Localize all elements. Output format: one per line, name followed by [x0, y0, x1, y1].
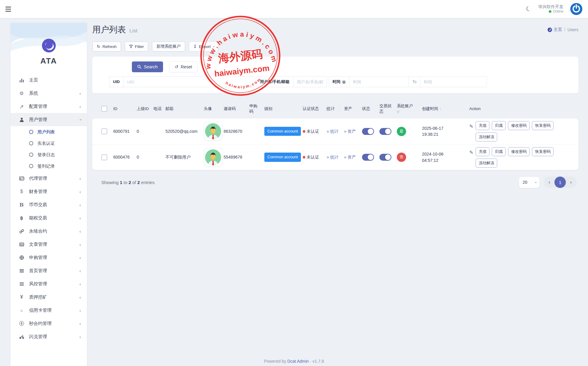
edit-pencil-icon[interactable]: ✎ [469, 149, 473, 156]
trade-status-toggle[interactable] [379, 128, 391, 135]
sidebar-subitem-label: 签到记录 [37, 163, 55, 169]
current-page-button[interactable]: 1 [554, 177, 566, 188]
assets-link[interactable]: » 资产 [344, 154, 362, 160]
sidebar-item-flash-swap[interactable]: 闪兑管理 ‹ [10, 330, 87, 343]
sidebar-item-label: 币币交易 [29, 202, 79, 208]
restore-password-button[interactable]: 恢复密码 [532, 121, 554, 130]
search-button[interactable]: Search [132, 61, 163, 72]
sidebar-item-config[interactable]: 配置管理 ‹ [10, 100, 87, 113]
stats-link[interactable]: » 统计 [327, 128, 344, 134]
sidebar-item-homepage[interactable]: 首页管理 ‹ [10, 264, 87, 277]
time-to-input[interactable] [420, 76, 487, 87]
sidebar-subitem-checkin-log[interactable]: 签到记录 [10, 160, 87, 172]
chevron-left-icon: ‹ [79, 189, 81, 194]
sidebar-item-label: 财务管理 [29, 189, 79, 195]
top-navbar: ☾ 华兴软件开发 Online [0, 0, 588, 18]
sidebar-item-spot-trade[interactable]: B 币币交易 ‹ [10, 198, 87, 211]
next-page-button[interactable]: › [567, 179, 575, 185]
newspaper-icon [18, 242, 25, 247]
breadcrumb-home-link[interactable]: 主页 [547, 27, 562, 32]
uid-input[interactable] [123, 76, 254, 87]
pagination: ‹ 1 › [544, 177, 577, 188]
dcat-admin-link[interactable]: Dcat Admin [287, 359, 309, 364]
system-account-badge: 是 [397, 127, 406, 136]
sidebar-subitem-login-log[interactable]: 登录日志 [10, 149, 87, 160]
chevron-left-icon: ‹ [79, 334, 81, 339]
refresh-button[interactable]: ↻ Refresh [92, 41, 121, 52]
online-status-dot [549, 10, 551, 13]
sidebar-item-system[interactable]: ⚙ 系统 ‹ [10, 87, 87, 100]
assets-link[interactable]: » 资产 [344, 128, 362, 134]
status-toggle[interactable] [362, 128, 374, 135]
reset-icon: ↺ [175, 64, 178, 69]
belong-button[interactable]: 归属 [492, 147, 506, 156]
breadcrumb-divider: / [564, 27, 566, 32]
sidebar-item-label: 永续合约 [29, 228, 79, 234]
sidebar-item-risk-control[interactable]: 风控管理 ‹ [10, 277, 87, 290]
filter-button[interactable]: Filter [125, 41, 148, 52]
change-password-button[interactable]: 修改密码 [508, 121, 530, 130]
col-header-system-account[interactable]: 系统账户 ▽ [397, 103, 422, 114]
sidebar-subitem-user-list[interactable]: 用户列表 [10, 126, 87, 138]
freeze-unfreeze-button[interactable]: 冻结解冻 [476, 132, 497, 141]
funnel-filter-icon[interactable]: ▽ [397, 110, 418, 114]
entries-summary: Showing 1 to 2 of 2 entries [101, 180, 155, 185]
sidebar-item-finance[interactable]: $ 财务管理 ‹ [10, 185, 87, 198]
export-button[interactable]: ↧ Export ‹ [189, 41, 218, 52]
page-title: 用户列表 [92, 24, 126, 35]
hamburger-menu-icon[interactable] [5, 5, 14, 13]
cell-parent-id: 0 [137, 154, 153, 160]
freeze-unfreeze-button[interactable]: 冻结解冻 [476, 159, 497, 168]
add-system-account-button[interactable]: 新增系统账户 [152, 41, 185, 52]
sidebar-item-perpetual[interactable]: 永续合约 ‹ [10, 225, 87, 238]
chart-bar-icon [18, 78, 25, 83]
edit-pencil-icon[interactable]: ✎ [469, 123, 473, 130]
sidebar-item-credit-card[interactable]: ○ 信用卡管理 ‹ [10, 304, 87, 317]
restore-password-button[interactable]: 恢复密码 [532, 147, 554, 156]
sidebar-item-label: 期权交易 [29, 215, 79, 221]
sidebar-item-label: 风控管理 [29, 281, 79, 287]
chevron-left-icon: ‹ [79, 295, 81, 300]
status-toggle[interactable] [362, 154, 374, 161]
dark-mode-moon-icon[interactable]: ☾ [525, 5, 532, 13]
sidebar-subitem-label: 登录日志 [37, 152, 55, 158]
stats-link[interactable]: » 统计 [327, 154, 344, 160]
sidebar-item-label: 代理管理 [29, 176, 79, 181]
chevron-down-icon: ‹ [533, 182, 537, 183]
col-header-invite-code: 邀请码 [224, 106, 249, 112]
recharge-button[interactable]: 充值 [476, 147, 489, 156]
col-header-created-at[interactable]: 创建时间↑ [422, 106, 469, 112]
belong-button[interactable]: 归属 [492, 121, 506, 130]
sidebar-subitem-label: 实名认证 [37, 141, 55, 146]
sidebar-item-user-management[interactable]: 用户管理 ‹ [10, 113, 87, 126]
chevron-left-icon: ‹ [79, 216, 81, 221]
trade-status-toggle[interactable] [379, 154, 391, 161]
sidebar-subitem-label: 用户列表 [37, 129, 55, 135]
col-header-status: 状态 [362, 106, 379, 112]
sidebar-subitem-kyc[interactable]: 实名认证 [10, 138, 87, 149]
col-header-avatar: 头像 [204, 106, 224, 112]
sidebar-item-second-contract[interactable]: 5 秒合约管理 ‹ [10, 317, 87, 330]
account-input[interactable] [293, 76, 327, 87]
recharge-button[interactable]: 充值 [476, 121, 489, 130]
circle-icon: ○ [18, 308, 25, 313]
time-from-input[interactable] [349, 76, 409, 87]
change-password-button[interactable]: 修改密码 [508, 147, 530, 156]
row-checkbox[interactable] [101, 154, 107, 160]
sidebar-item-articles[interactable]: 文章管理 ‹ [10, 238, 87, 251]
cell-invite-code: 55489678 [224, 154, 249, 160]
reset-button[interactable]: ↺ Reset [169, 61, 198, 72]
row-checkbox[interactable] [101, 128, 107, 134]
sidebar-item-home[interactable]: 主页 [10, 73, 87, 87]
sidebar-item-staking[interactable]: ¥ 质押挖矿 ‹ [10, 290, 87, 304]
sidebar-item-subscription[interactable]: 申购管理 ‹ [10, 251, 87, 264]
sidebar-item-options-trade[interactable]: ฿ 期权交易 ‹ [10, 211, 87, 225]
time-to-label: To [409, 76, 420, 87]
select-all-checkbox[interactable] [101, 106, 107, 112]
five-circle-icon: 5 [18, 321, 25, 326]
sidebar-item-agent[interactable]: 代理管理 ‹ [10, 172, 87, 185]
sort-asc-icon[interactable]: ↑ [439, 106, 441, 111]
page-size-select[interactable]: 20 ‹ [519, 177, 539, 188]
power-logo-icon[interactable] [570, 3, 583, 15]
prev-page-button[interactable]: ‹ [545, 179, 553, 185]
